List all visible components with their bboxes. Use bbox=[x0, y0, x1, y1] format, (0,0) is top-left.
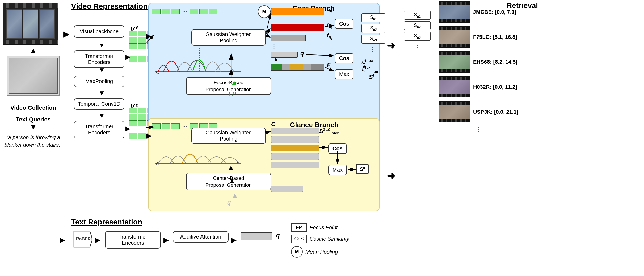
arrow-backbone-to-transformer: ▼ bbox=[98, 41, 105, 49]
transformer-encoders-bottom-box: Transformer Encoders bbox=[74, 121, 124, 138]
fn3-label: fn3 bbox=[327, 6, 332, 14]
text-transformer-box: Transformer Encoders bbox=[105, 231, 161, 249]
arrow-to-retrieval: ➜ bbox=[387, 40, 395, 52]
film-strip-top bbox=[3, 3, 58, 45]
arrow-transformer-to-vf: ▶ bbox=[125, 53, 130, 61]
q2-label: q bbox=[227, 199, 231, 206]
fn1-area bbox=[271, 24, 324, 31]
q-bar-gaze bbox=[271, 52, 298, 58]
cos-legend-box: CoS bbox=[291, 235, 307, 243]
arrow-fp-up: ▲ bbox=[231, 78, 238, 87]
retrieval-label-5: USPJK: [0.0, 21.1] bbox=[473, 109, 518, 115]
max-gaze: Max bbox=[335, 69, 353, 79]
retrieval-item-3: EHS68: [8.2, 14.5] bbox=[439, 51, 518, 73]
score-box-sn3: Sn3 bbox=[404, 32, 431, 41]
retrieval-dots: ⋮ bbox=[439, 126, 518, 133]
gwp-top-box: Gaussian Weighted Pooling bbox=[191, 29, 266, 46]
sn1-score: Sn1 bbox=[361, 13, 385, 22]
C-bars: ⋮ bbox=[271, 128, 319, 176]
F-bar-gaze bbox=[271, 64, 324, 71]
gaze-feature-sequence: ··· bbox=[152, 8, 217, 15]
svg-text:RoBERTa: RoBERTa bbox=[76, 237, 92, 241]
arrow-aa-to-q: ▶ bbox=[231, 236, 237, 244]
score-box-sn2: Sn2 bbox=[404, 21, 431, 30]
score-dots-gaze: ⋮ bbox=[369, 46, 375, 53]
retrieval-label-4: H032R: [0.0, 11.2] bbox=[473, 84, 517, 90]
F-label-gaze: F bbox=[327, 62, 330, 69]
retrieval-panel: Retrieval Sn1 Sn2 Sn3 ⋮ JMCBE: [0.0, 7.0… bbox=[404, 1, 641, 12]
arrow-up-video: ▲ bbox=[3, 46, 64, 55]
score-boxes-col: Sn1 Sn2 Sn3 ⋮ bbox=[404, 11, 431, 49]
sn2-score: Sn2 bbox=[361, 24, 385, 33]
retrieval-item-5: USPJK: [0.0, 21.1] bbox=[439, 101, 518, 122]
plus-loss: + bbox=[362, 62, 366, 71]
cos-glance: Cos bbox=[328, 143, 347, 154]
q-label-gaze: q bbox=[300, 50, 304, 57]
text-repr-title: Text Representation bbox=[71, 218, 142, 226]
arrow-gaussian-to-gwp: ▲ bbox=[227, 68, 235, 76]
arrow-glance-to-retrieval: ➜ bbox=[387, 170, 395, 182]
max-glance: Max bbox=[328, 165, 347, 175]
svg-text:T: T bbox=[237, 162, 239, 166]
retrieval-label-3: EHS68: [8.2, 14.5] bbox=[473, 59, 517, 65]
cos-bottom-gaze: Cos bbox=[335, 53, 353, 63]
text-queries-label: Text Queries bbox=[3, 116, 64, 123]
sf-label: Sf bbox=[369, 73, 374, 80]
feature-dots-gaze: ⋮ bbox=[271, 43, 277, 50]
arrow-te-to-aa: ▶ bbox=[163, 236, 169, 244]
q-bar-glance bbox=[271, 186, 303, 192]
video-repr-title: Video Representation bbox=[71, 2, 148, 11]
arrow-q-glance: ▲ bbox=[231, 191, 239, 200]
arrow-vc-to-glance-seq: ▶ bbox=[146, 131, 151, 140]
arrow-down-text: ▼ bbox=[3, 123, 64, 131]
arrow-query-to-roberta: ▶ bbox=[60, 236, 65, 244]
query-text: “a person is throwing a blanket down the… bbox=[3, 134, 64, 148]
retrieval-item-4: H032R: [0.0, 11.2] bbox=[439, 76, 518, 97]
fn2-label: fn2 bbox=[327, 32, 332, 40]
additive-attention-box: Additive Attention bbox=[173, 231, 229, 243]
score-box-sn1: Sn1 bbox=[404, 11, 431, 20]
temporal-conv1d-box: Temporal Conv1D bbox=[74, 98, 124, 110]
sn3-score: Sn3 bbox=[361, 35, 385, 44]
fp-legend-text: Focus Point bbox=[310, 224, 338, 231]
fn2-area bbox=[271, 35, 306, 41]
diagram-container: ▲ ··· ··· Video Collection Text Queries … bbox=[0, 0, 644, 276]
cos-top-gaze: Cos bbox=[335, 19, 353, 29]
cos-legend-text: Cosine Similarity bbox=[310, 236, 349, 242]
fp-legend-box: FP bbox=[291, 223, 307, 232]
center-proposal-box: Center-BasedProposal Generation bbox=[186, 173, 271, 190]
visual-backbone-box: Visual backbone bbox=[74, 25, 124, 38]
maxpooling-box: MaxPooling bbox=[74, 76, 124, 87]
fp-label-gaze: FP bbox=[229, 90, 236, 97]
arrow-roberta-to-te: ▶ bbox=[95, 236, 100, 244]
arrow-transformer2-to-vc: ▶ bbox=[125, 125, 130, 132]
m-legend-circle: M bbox=[291, 246, 303, 258]
video-collection-label: Video Collection bbox=[3, 104, 64, 111]
retrieval-label-2: F75LG: [5.1, 16.8] bbox=[473, 34, 517, 40]
gaussian-curves-glance: O T bbox=[155, 139, 241, 166]
film-strip-bottom: ··· bbox=[7, 56, 60, 96]
transformer-encoders-top-box: Transformer Encoders bbox=[74, 50, 124, 68]
roberta-shape: RoBERTa bbox=[71, 228, 92, 250]
retrieval-item-1: JMCBE: [0.0, 7.0] bbox=[439, 1, 518, 23]
arrow-vf-to-gaze-seq: ▶ bbox=[146, 32, 151, 40]
legend-section: FP Focus Point CoS Cosine Similarity M M… bbox=[291, 223, 349, 260]
arrow-transformer-to-maxpool: ▼ bbox=[98, 66, 105, 74]
q-vector-text bbox=[241, 232, 272, 240]
m-legend-text: Mean Pooling bbox=[305, 249, 338, 255]
q-output-label: q bbox=[276, 232, 280, 239]
retrieval-items-list: JMCBE: [0.0, 7.0] F75LG: [5.1, 16.8] EHS… bbox=[439, 1, 518, 133]
left-panel: ▲ ··· ··· Video Collection Text Queries … bbox=[3, 3, 64, 148]
score-dots: ⋮ bbox=[404, 42, 431, 49]
arrow-conv-to-transformer2: ▼ bbox=[98, 112, 105, 120]
C-label: C bbox=[271, 121, 275, 128]
arrow-gaussian-to-gwp-glance: ▲ bbox=[227, 163, 235, 172]
retrieval-label-1: JMCBE: [0.0, 7.0] bbox=[473, 9, 516, 15]
arrow-to-backbone: ▶ bbox=[63, 29, 69, 39]
fn1-label: fn1 bbox=[327, 22, 332, 29]
svg-text:T: T bbox=[237, 70, 239, 74]
sc-box-glance: Sc bbox=[356, 164, 369, 174]
mean-pooling-circle: M bbox=[258, 5, 271, 18]
retrieval-item-2: F75LG: [5.1, 16.8] bbox=[439, 26, 518, 48]
fn3-area bbox=[271, 8, 324, 15]
